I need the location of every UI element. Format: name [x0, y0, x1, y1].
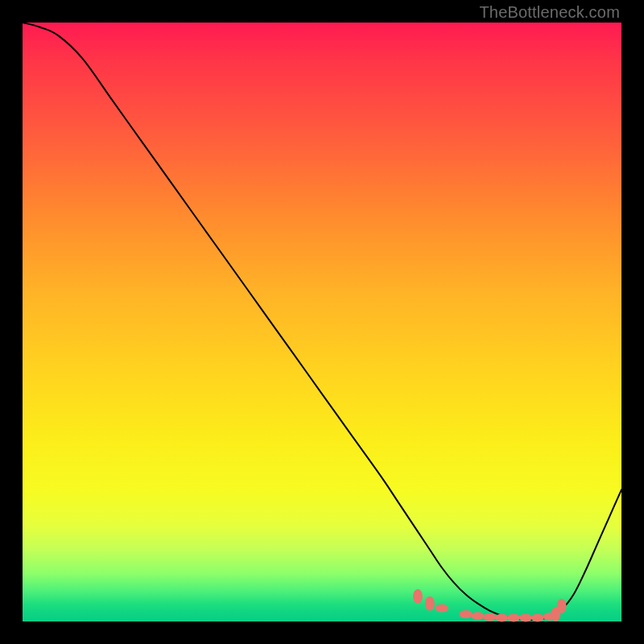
curve-marker — [483, 613, 496, 621]
watermark-text: TheBottleneck.com — [479, 3, 620, 22]
chart-overlay — [23, 23, 621, 621]
marker-group — [413, 589, 567, 622]
curve-marker — [519, 614, 532, 622]
chart-frame: TheBottleneck.com — [0, 0, 644, 644]
plot-area — [23, 23, 621, 621]
curve-marker — [471, 612, 484, 620]
bottleneck-curve — [23, 23, 621, 620]
curve-marker — [413, 589, 423, 604]
curve-marker — [557, 599, 567, 613]
curve-marker — [507, 614, 520, 622]
curve-marker — [531, 614, 544, 622]
curve-marker — [495, 614, 508, 622]
curve-marker — [425, 597, 435, 611]
curve-marker — [460, 610, 473, 618]
curve-marker — [436, 605, 448, 613]
